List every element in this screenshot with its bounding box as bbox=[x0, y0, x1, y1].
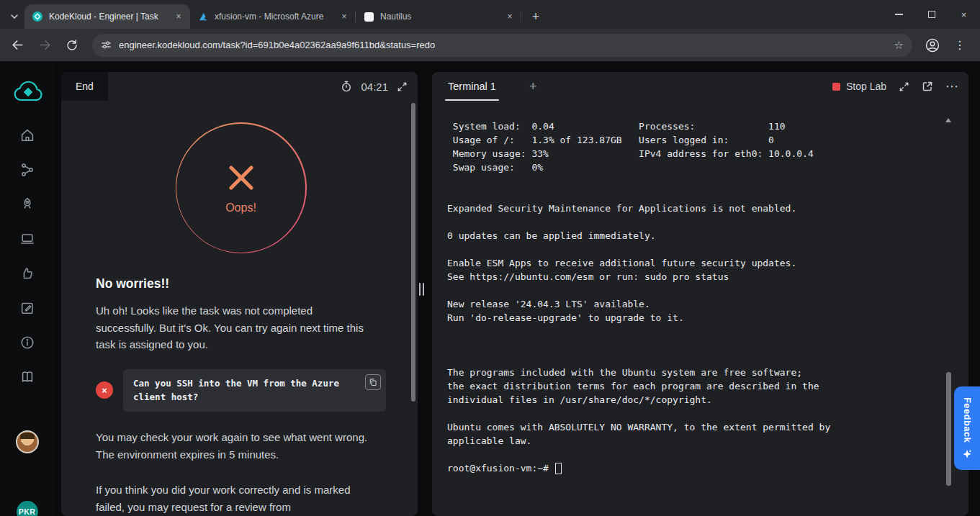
app-sidebar: PKR bbox=[0, 61, 54, 516]
azure-favicon-icon bbox=[197, 11, 209, 22]
feedback-button[interactable]: Feedback bbox=[954, 386, 980, 470]
expand-panel-icon[interactable] bbox=[397, 81, 408, 92]
task-note: You may check your work again to see wha… bbox=[96, 429, 368, 463]
task-panel-body: Oops! No worries!! Uh oh! Looks like the… bbox=[61, 101, 418, 516]
maximize-button[interactable] bbox=[915, 0, 948, 29]
stop-icon bbox=[832, 83, 840, 91]
user-initials-badge[interactable]: PKR bbox=[17, 501, 38, 516]
tab-title: Nautilus bbox=[380, 12, 498, 22]
failed-check-x-icon: × bbox=[96, 381, 113, 399]
oops-status-circle: Oops! bbox=[176, 122, 307, 253]
terminal-menu-icon[interactable]: ⋯ bbox=[945, 78, 958, 94]
new-tab-button[interactable]: + bbox=[526, 6, 546, 27]
question-text: Can you SSH into the VM from the Azure c… bbox=[133, 378, 339, 402]
sidebar-item-learning-path[interactable] bbox=[18, 160, 37, 179]
forward-button[interactable] bbox=[33, 34, 56, 57]
feedback-label: Feedback bbox=[962, 397, 973, 443]
terminal-tab-1[interactable]: Terminal 1 bbox=[432, 72, 508, 101]
timer-value: 04:21 bbox=[361, 81, 388, 93]
sparkle-icon bbox=[962, 449, 972, 459]
window-controls: × bbox=[883, 0, 980, 29]
failure-x-icon bbox=[225, 161, 258, 194]
task-panel-header: End 04:21 bbox=[61, 72, 418, 101]
browser-tab-nautilus[interactable]: Nautilus × bbox=[356, 4, 521, 29]
url-bar[interactable]: engineer.kodekloud.com/task?id=691b0e4a0… bbox=[92, 34, 912, 57]
sidebar-item-courses-rocket[interactable] bbox=[18, 195, 37, 214]
terminal-scrollbar[interactable] bbox=[946, 372, 951, 486]
workspace: End 04:21 bbox=[54, 61, 980, 516]
sidebar-item-info[interactable] bbox=[18, 333, 37, 352]
terminal-output-area[interactable]: System load: 0.04 Processes: 110 Usage o… bbox=[432, 101, 968, 475]
task-panel: End 04:21 bbox=[61, 72, 418, 516]
task-tab-end[interactable]: End bbox=[61, 72, 108, 101]
failed-check-question: Can you SSH into the VM from the Azure c… bbox=[123, 369, 386, 412]
tab-close-icon[interactable]: × bbox=[338, 11, 350, 22]
user-avatar[interactable] bbox=[16, 430, 39, 453]
browser-tab-kodekloud[interactable]: KodeKloud - Engineer | Task × bbox=[24, 4, 190, 29]
terminal-prompt: root@xfusion-vm:~# bbox=[447, 461, 554, 475]
oops-label: Oops! bbox=[225, 202, 256, 214]
terminal-scroll-up-icon[interactable] bbox=[945, 118, 951, 122]
browser-toolbar: engineer.kodekloud.com/task?id=691b0e4a0… bbox=[0, 29, 980, 61]
stop-lab-label: Stop Lab bbox=[846, 81, 886, 92]
terminal-cursor bbox=[555, 463, 562, 474]
close-button[interactable]: × bbox=[948, 0, 980, 29]
terminal-panel: Terminal 1 + Stop Lab ⋯ bbox=[432, 72, 968, 516]
tab-close-icon[interactable]: × bbox=[504, 11, 516, 22]
tab-title: KodeKloud - Engineer | Task bbox=[49, 12, 167, 22]
add-terminal-icon[interactable]: + bbox=[529, 79, 537, 94]
minimize-button[interactable] bbox=[883, 0, 915, 29]
task-result-heading: No worries!! bbox=[96, 276, 386, 291]
sidebar-item-notes[interactable] bbox=[18, 299, 37, 317]
nautilus-favicon-icon bbox=[363, 11, 374, 22]
stop-lab-button[interactable]: Stop Lab bbox=[832, 81, 886, 92]
failed-check-row: × Can you SSH into the VM from the Azure… bbox=[96, 369, 386, 412]
url-text: engineer.kodekloud.com/task?id=691b0e4a0… bbox=[119, 40, 435, 50]
minimize-icon bbox=[895, 14, 903, 14]
timer-icon bbox=[341, 81, 352, 92]
kodekloud-app: PKR End 04:21 bbox=[0, 61, 980, 516]
expand-terminal-icon[interactable] bbox=[899, 81, 909, 92]
panel-resize-handle[interactable] bbox=[419, 283, 424, 296]
tab-close-icon[interactable]: × bbox=[173, 11, 184, 22]
kodekloud-logo-icon[interactable] bbox=[11, 80, 44, 104]
copy-icon[interactable] bbox=[365, 374, 381, 390]
task-note-2: If you think you did your work correctly… bbox=[96, 481, 368, 515]
sidebar-item-home[interactable] bbox=[18, 126, 37, 145]
sidebar-item-challenges[interactable] bbox=[18, 264, 37, 283]
sidebar-item-playground[interactable] bbox=[18, 230, 37, 248]
maximize-icon bbox=[928, 11, 935, 18]
tab-search-chevron-icon[interactable] bbox=[4, 4, 24, 29]
back-button[interactable] bbox=[6, 34, 29, 57]
reload-button[interactable] bbox=[60, 34, 84, 57]
browser-menu-icon[interactable]: ⋮ bbox=[948, 34, 971, 57]
profile-avatar-icon[interactable] bbox=[921, 34, 944, 57]
terminal-header: Terminal 1 + Stop Lab ⋯ bbox=[432, 72, 968, 101]
bookmark-star-icon[interactable]: ☆ bbox=[894, 39, 904, 52]
sidebar-item-docs[interactable] bbox=[18, 368, 37, 386]
terminal-prompt-line: root@xfusion-vm:~# bbox=[447, 461, 968, 475]
browser-window: KodeKloud - Engineer | Task × xfusion-vm… bbox=[0, 0, 980, 516]
tab-strip: KodeKloud - Engineer | Task × xfusion-vm… bbox=[0, 0, 980, 29]
site-info-icon[interactable] bbox=[101, 40, 112, 50]
open-in-new-icon[interactable] bbox=[922, 81, 933, 92]
task-result-message: Uh oh! Looks like the task was not compl… bbox=[96, 302, 368, 353]
task-panel-scrollbar[interactable] bbox=[411, 103, 415, 402]
kodekloud-favicon-icon bbox=[32, 11, 43, 22]
tab-title: xfusion-vm - Microsoft Azure bbox=[215, 12, 333, 22]
browser-tab-azure[interactable]: xfusion-vm - Microsoft Azure × bbox=[190, 4, 356, 29]
terminal-output: System load: 0.04 Processes: 110 Usage o… bbox=[447, 119, 968, 448]
